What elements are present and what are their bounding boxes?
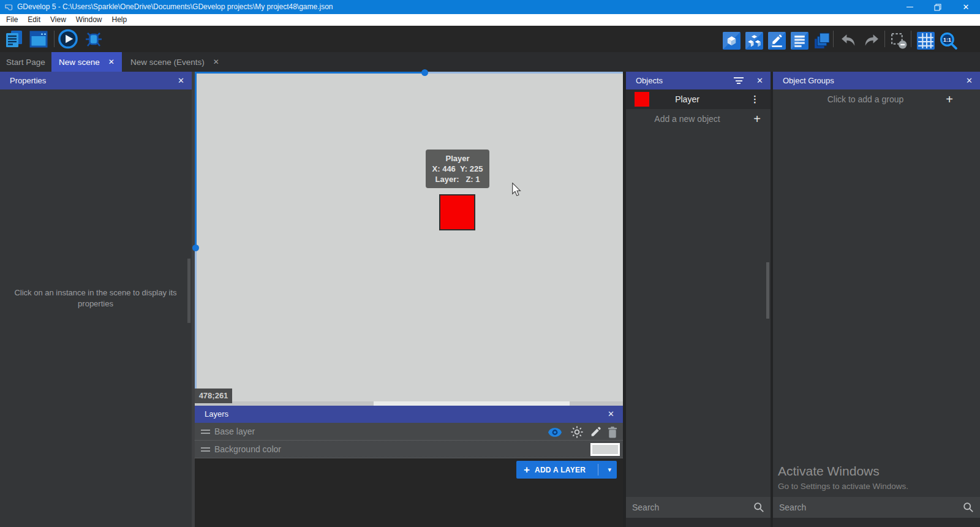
menu-item-view[interactable]: View <box>45 14 71 26</box>
properties-panel-title: Properties <box>10 72 46 89</box>
plus-icon[interactable]: + <box>753 109 761 129</box>
panel-bottom-strip <box>626 518 771 527</box>
game-window-border-left <box>195 72 197 246</box>
toggle-grid-button[interactable] <box>915 30 936 51</box>
object-groups-close-icon[interactable]: ✕ <box>966 72 973 89</box>
object-menu-kebab-icon[interactable]: ⋮ <box>750 89 760 109</box>
tab-close-icon[interactable]: ✕ <box>108 58 115 66</box>
properties-empty-message: Click on an instance in the scene to dis… <box>4 287 187 309</box>
game-window-handle-top[interactable] <box>421 69 428 76</box>
redo-button[interactable] <box>861 30 881 51</box>
scrollbar-thumb[interactable] <box>374 401 570 406</box>
toggle-object-groups-panel-button[interactable] <box>744 30 764 51</box>
tab-new-scene-events[interactable]: New scene (Events) ✕ <box>122 52 228 72</box>
layers-panel: Layers ✕ Base layer <box>195 406 623 527</box>
drag-handle-icon[interactable] <box>201 447 210 452</box>
search-icon <box>753 502 764 513</box>
tooltip-y: Y: 225 <box>460 164 483 173</box>
tab-new-scene[interactable]: New scene ✕ <box>51 52 122 72</box>
add-object-row[interactable]: Add a new object + <box>626 109 771 129</box>
objects-panel-icon <box>723 32 741 50</box>
instance-tooltip: Player X: 446 Y: 225 Layer: Z: 1 <box>426 150 489 188</box>
preview-button[interactable] <box>58 28 78 49</box>
objects-panel-header: Objects ✕ <box>626 72 771 89</box>
properties-scrollbar[interactable] <box>187 259 190 323</box>
effects-sun-icon <box>571 426 583 438</box>
menu-item-window[interactable]: Window <box>71 14 107 26</box>
search-icon <box>963 502 974 513</box>
layers-close-icon[interactable]: ✕ <box>608 406 614 423</box>
toggle-objects-panel-button[interactable] <box>721 30 742 51</box>
layer-row-base[interactable]: Base layer <box>195 423 623 441</box>
menu-item-edit[interactable]: Edit <box>23 14 45 26</box>
object-row-player[interactable]: Player ⋮ <box>626 89 771 109</box>
toolbar-separator <box>54 31 55 47</box>
activate-windows-watermark-subtitle: Go to Settings to activate Windows. <box>778 482 908 491</box>
titlebar[interactable]: GDevelop 5 - C:\Users\Sparkle\OneDrive\D… <box>0 0 980 14</box>
scene-window-icon <box>29 29 48 49</box>
object-groups-panel-header: Object Groups ✕ <box>773 72 980 89</box>
undo-button[interactable] <box>838 30 859 51</box>
trash-icon <box>608 427 617 438</box>
minimize-button[interactable] <box>895 0 924 14</box>
tab-start-page[interactable]: Start Page <box>0 52 51 72</box>
layer-delete-button[interactable] <box>605 425 620 439</box>
layer-visibility-button[interactable] <box>548 425 562 439</box>
plus-icon[interactable]: + <box>946 89 953 109</box>
caret-down-icon[interactable]: ▾ <box>608 466 611 474</box>
objects-search-input[interactable] <box>632 497 733 518</box>
game-window-border-top <box>195 72 423 74</box>
toolbar-separator <box>884 31 885 47</box>
instances-list-icon <box>791 32 809 50</box>
tabbar: Start Page New scene ✕ New scene (Events… <box>0 52 980 72</box>
close-window-button[interactable]: ✕ <box>952 0 980 14</box>
background-color-swatch[interactable] <box>590 443 620 456</box>
add-object-label: Add a new object <box>626 109 748 129</box>
properties-panel: Properties ✕ Click on an instance in the… <box>0 72 192 527</box>
debug-button[interactable] <box>83 29 104 50</box>
scene-canvas[interactable]: Player X: 446 Y: 225 Layer: Z: 1 478;261 <box>195 72 623 401</box>
toolbar-separator <box>833 31 834 47</box>
objects-scrollbar[interactable] <box>766 262 769 319</box>
menu-item-file[interactable]: File <box>1 14 23 26</box>
layers-panel-title: Layers <box>205 406 228 423</box>
player-instance[interactable] <box>439 194 475 230</box>
properties-close-icon[interactable]: ✕ <box>178 72 184 89</box>
object-groups-panel-title: Object Groups <box>783 72 834 89</box>
layers-panel-header: Layers ✕ <box>195 406 623 423</box>
start-page-button[interactable] <box>28 29 49 50</box>
objects-search-bar <box>626 497 771 518</box>
debug-bug-icon <box>84 29 104 49</box>
layer-effects-button[interactable] <box>570 425 584 439</box>
button-divider <box>598 464 598 476</box>
filter-icon[interactable] <box>734 77 744 85</box>
objects-close-icon[interactable]: ✕ <box>756 72 763 89</box>
layer-name: Base layer <box>214 423 255 441</box>
canvas-horizontal-scrollbar[interactable] <box>195 401 623 406</box>
add-group-row[interactable]: Click to add a group + <box>773 89 980 109</box>
project-manager-button[interactable] <box>4 29 24 50</box>
zoom-1-1-icon: 1:1 <box>940 32 957 50</box>
layers-panel-button[interactable] <box>811 30 832 51</box>
restore-button[interactable] <box>924 0 952 14</box>
close-window-icon: ✕ <box>963 0 970 14</box>
menu-item-help[interactable]: Help <box>107 14 132 26</box>
layer-row-background-color[interactable]: Background color <box>195 441 623 458</box>
add-layer-button[interactable]: + ADD A LAYER ▾ <box>516 461 617 479</box>
tab-close-icon[interactable]: ✕ <box>213 58 219 66</box>
gdevelop-window: GDevelop 5 - C:\Users\Sparkle\OneDrive\D… <box>0 0 980 527</box>
activate-windows-watermark: Activate Windows <box>778 464 880 479</box>
restore-icon <box>934 4 941 11</box>
layer-edit-button[interactable] <box>588 425 603 439</box>
clear-selection-button[interactable] <box>888 30 909 51</box>
groups-search-input[interactable] <box>779 497 924 518</box>
drag-handle-icon[interactable] <box>201 430 210 434</box>
eye-icon <box>548 428 562 437</box>
zoom-original-button[interactable]: 1:1 <box>938 30 959 51</box>
instances-list-button[interactable] <box>789 30 810 51</box>
toolbar: 1:1 <box>0 26 980 52</box>
game-window-handle-left[interactable] <box>192 245 199 251</box>
cursor-coordinates: 478;261 <box>195 389 232 403</box>
edit-scene-properties-button[interactable] <box>766 30 787 51</box>
svg-text:1:1: 1:1 <box>943 37 951 43</box>
